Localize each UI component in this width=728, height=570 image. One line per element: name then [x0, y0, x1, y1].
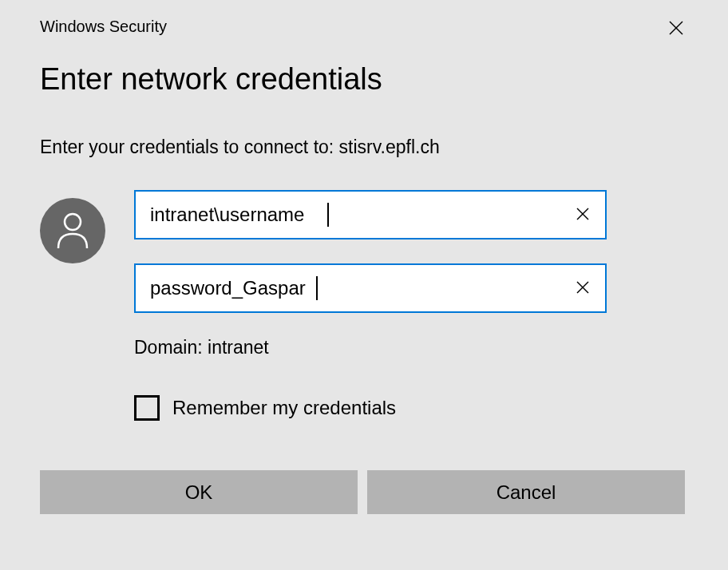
clear-password-icon[interactable]: [576, 278, 589, 299]
clear-username-icon[interactable]: [576, 204, 589, 225]
dialog-subtitle: Enter your credentials to connect to: st…: [40, 137, 710, 158]
user-avatar-icon: [40, 198, 105, 263]
dialog-header: Windows Security: [0, 0, 710, 38]
cancel-button[interactable]: Cancel: [367, 470, 685, 514]
remember-checkbox[interactable]: [134, 395, 160, 421]
close-icon[interactable]: [664, 18, 688, 38]
svg-point-2: [65, 214, 81, 230]
dialog-buttons: OK Cancel: [40, 470, 685, 514]
remember-row: Remember my credentials: [134, 395, 710, 421]
password-input[interactable]: [136, 265, 605, 311]
domain-label: Domain: intranet: [134, 337, 710, 358]
credentials-dialog: Windows Security Enter network credentia…: [0, 0, 710, 549]
credentials-form: Domain: intranet Remember my credentials: [40, 190, 710, 421]
form-column: Domain: intranet Remember my credentials: [134, 190, 710, 421]
window-title: Windows Security: [40, 18, 167, 36]
password-field-wrap: [134, 263, 607, 313]
username-input[interactable]: [136, 192, 605, 238]
remember-label: Remember my credentials: [172, 397, 396, 419]
ok-button[interactable]: OK: [40, 470, 358, 514]
dialog-title: Enter network credentials: [40, 62, 710, 97]
username-field-wrap: [134, 190, 607, 239]
